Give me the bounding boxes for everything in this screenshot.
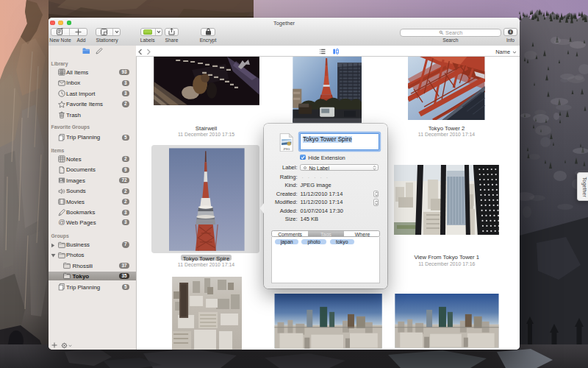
svg-text:@: @ xyxy=(58,219,65,226)
svg-text:JPEG: JPEG xyxy=(283,148,290,151)
